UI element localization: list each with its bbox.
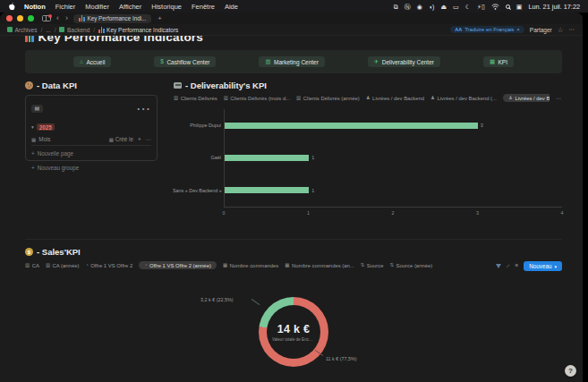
more-options-icon[interactable]: ⋯: [569, 26, 576, 33]
battery-icon[interactable]: ⚡▯: [477, 4, 485, 10]
plus-icon: +: [31, 150, 35, 157]
sales-donut-chart: 3,2 k € (22,5%) 14 k € Valeur totale de …: [25, 274, 562, 382]
bar-value-label: 1: [311, 188, 314, 193]
menu-afficher[interactable]: Afficher: [119, 3, 141, 11]
wifi-icon[interactable]: [491, 4, 499, 10]
menu-historique[interactable]: Historique: [151, 3, 182, 11]
forward-button[interactable]: ›: [64, 14, 69, 22]
marketing-center-button[interactable]: ▥Marketing Center: [259, 56, 325, 67]
column-more-icon[interactable]: ⋯: [146, 136, 151, 142]
menu-fichier[interactable]: Fichier: [55, 3, 76, 11]
screen-mirroring-icon[interactable]: ⧉: [394, 4, 398, 10]
notion-status-icon[interactable]: Ⓝ: [405, 4, 411, 10]
view-tab-offre-1-vs-offre-2[interactable]: ◔Offre 1 VS Offre 2: [85, 263, 132, 268]
board-view-icon[interactable]: ▤: [31, 105, 43, 113]
share-button[interactable]: Partager: [530, 27, 552, 33]
volume-icon[interactable]: ◖): [429, 4, 435, 10]
new-button[interactable]: Nouveau ▾: [524, 261, 562, 271]
new-group-button[interactable]: + Nouveau groupe: [31, 165, 151, 171]
translate-close-icon[interactable]: ×: [516, 27, 520, 32]
nav-button-label: Deliverability Center: [382, 59, 434, 65]
view-tab-label: CA: [32, 263, 39, 268]
view-tab-clients-delivres-mois-d[interactable]: ▥Clients Délivrés (mois d...: [224, 96, 290, 101]
data-bar[interactable]: [225, 187, 309, 193]
view-tab-ca-annee[interactable]: ▥CA (année): [46, 263, 80, 268]
accueil-button[interactable]: ⌂Accueil: [73, 56, 111, 67]
back-button[interactable]: ‹: [55, 14, 60, 22]
sales-kpi-section: - Sales'KPI ▥CA▥CA (année)◔Offre 1 VS Of…: [25, 247, 562, 382]
display-icon[interactable]: ▭: [453, 4, 459, 10]
bar-track: 3: [225, 123, 562, 129]
new-page-button[interactable]: + Nouvelle page: [31, 150, 151, 157]
menu-modifier[interactable]: Modifier: [85, 3, 109, 11]
breadcrumb: Archives / ... / Backend / Key Performan…: [0, 24, 583, 36]
view-tab-source-annee[interactable]: ⇅Source (année): [389, 263, 432, 268]
view-tab-clients-delivres[interactable]: ▥Clients Délivrés: [174, 96, 217, 101]
close-window-button[interactable]: [6, 15, 13, 21]
views-overflow-icon[interactable]: ⋯: [556, 95, 562, 101]
data-kpi-heading: - Data KPI: [25, 81, 158, 90]
bar-value-label: 1: [311, 155, 314, 160]
help-button[interactable]: ?: [565, 365, 576, 377]
breadcrumb-item-archives[interactable]: Archives: [7, 27, 37, 33]
view-tab-label: Livrées / dev Backend (a...: [515, 96, 550, 101]
apple-menu-icon[interactable]: [8, 3, 15, 11]
menu-notion[interactable]: Notion: [24, 3, 46, 11]
breadcrumb-item-backend[interactable]: Backend: [59, 27, 89, 33]
view-tab-nombre-commandes[interactable]: ▦Nombre commandes: [223, 263, 278, 268]
airplay-icon[interactable]: ⏏: [440, 4, 447, 10]
menu-clock[interactable]: Lun. 21 juil. 17:22: [528, 3, 580, 11]
column-header-cree-le[interactable]: ▦ Créé le: [109, 136, 133, 142]
status-icon-list: ⧉Ⓝ◉◖)⏏▭☾⚡▯▣: [394, 4, 523, 10]
person-icon: ♟: [430, 96, 435, 101]
breadcrumb-item-current[interactable]: Key Performance Indicators: [98, 27, 178, 33]
expand-icon[interactable]: ↕: [505, 263, 511, 269]
spotlight-icon[interactable]: [506, 4, 510, 9]
database-more-icon[interactable]: ⋯: [136, 100, 151, 117]
deliverability-kpi-section: - Deliverability's KPI ▥Clients Délivrés…: [174, 81, 562, 226]
focus-mode-icon[interactable]: ☾: [465, 4, 471, 10]
fast-user-switch-icon[interactable]: ▣: [516, 4, 523, 10]
disclosure-triangle-icon[interactable]: ▾: [31, 124, 34, 130]
minimize-window-button[interactable]: [17, 15, 23, 21]
menu-fenetre[interactable]: Fenêtre: [192, 3, 215, 11]
view-tab-clients-delivres-annee[interactable]: ▥Clients Délivrés (année): [296, 96, 360, 101]
cashflow-center-button[interactable]: $Cashflow Center: [154, 56, 216, 67]
view-tab-livrees-dev-backend[interactable]: ♟Livrées / dev Backend (...: [430, 96, 497, 101]
deliverability-center-button[interactable]: ✈Deliverability Center: [368, 56, 440, 67]
data-bar[interactable]: [225, 155, 309, 161]
view-tab-offre-1-vs-offre-2-annee[interactable]: ◔Offre 1 VS Offre 2 (année): [139, 261, 217, 269]
data-kpi-section: - Data KPI ▤ ⋯ ▾ 2025 ▦ Mois: [25, 81, 158, 226]
record-icon[interactable]: ◉: [417, 4, 422, 10]
view-tab-livrees-dev-backend-a[interactable]: ♟Livrées / dev Backend (a...: [503, 94, 550, 102]
group-row-2025[interactable]: ▾ 2025: [31, 123, 151, 131]
donut-ring[interactable]: 14 k € Valeur totale de Encaiss...: [259, 297, 328, 367]
deliverability-view-tabs-wrap: ▥Clients Délivrés▥Clients Délivrés (mois…: [174, 94, 562, 102]
active-tab[interactable]: Key Performance Indi...: [73, 14, 151, 23]
translate-chip[interactable]: AA Traduire en Français ×: [450, 26, 524, 33]
data-kpi-database-card: ▤ ⋯ ▾ 2025 ▦ Mois ▦ Créé le +: [25, 95, 158, 161]
donut-segment-label-offre2: 3,2 k € (22,5%): [200, 297, 234, 302]
filter-icon[interactable]: [496, 264, 501, 268]
column-header-mois[interactable]: Mois: [38, 136, 50, 142]
topbar-actions: AA Traduire en Français × Partager ☆ ⋯: [450, 26, 575, 34]
deliverability-bar-chart: Philippe Dupui3Gaël1Sans « Dev Backend »…: [174, 109, 562, 226]
data-bar[interactable]: [225, 123, 478, 129]
breadcrumb-item-collapsed[interactable]: ...: [46, 27, 50, 33]
zoom-window-button[interactable]: [28, 15, 34, 21]
add-column-button[interactable]: +: [138, 136, 141, 142]
archives-page-icon: [7, 27, 13, 32]
menu-aide[interactable]: Aide: [225, 3, 238, 11]
favorite-star-icon[interactable]: ☆: [558, 26, 564, 34]
view-tab-ca[interactable]: ▥CA: [25, 263, 39, 268]
sales-view-tabs-wrap: ▥CA▥CA (année)◔Offre 1 VS Offre 2◔Offre …: [25, 261, 562, 269]
view-list-icon[interactable]: ≡: [515, 263, 518, 269]
sidebar-toggle-icon[interactable]: [42, 15, 51, 21]
view-tab-source[interactable]: ⇅Source: [361, 263, 384, 268]
new-tab-button[interactable]: +: [158, 14, 162, 22]
kpi-button[interactable]: ▦KPI: [483, 56, 514, 67]
view-tab-livrees-dev-backend[interactable]: ♟Livrées / dev Backend: [366, 96, 424, 101]
fax-icon: [174, 82, 182, 89]
nav-button-label: Cashflow Center: [166, 59, 209, 65]
view-tab-nombre-commandes-an[interactable]: ▦Nombre commandes (an...: [285, 263, 354, 268]
